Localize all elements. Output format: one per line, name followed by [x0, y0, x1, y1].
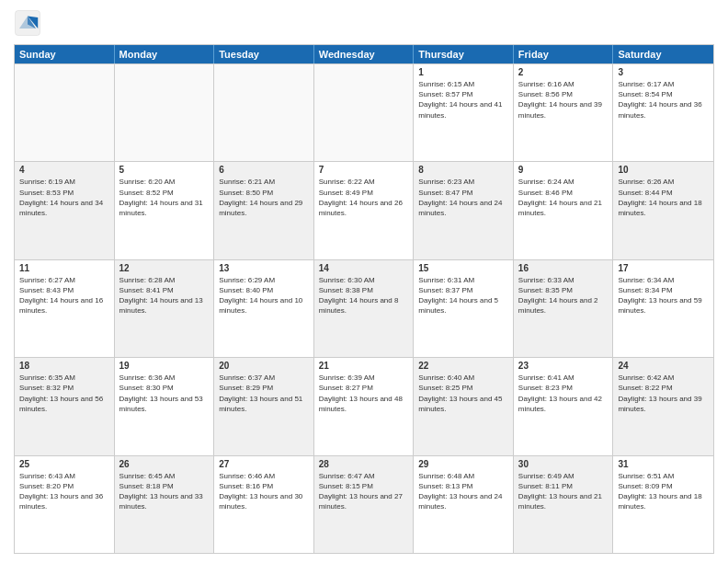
day-number: 7 — [319, 165, 409, 175]
weekday-header-saturday: Saturday — [613, 45, 713, 63]
calendar-cell: 13Sunrise: 6:29 AMSunset: 8:40 PMDayligh… — [214, 260, 314, 357]
day-number: 11 — [19, 263, 109, 273]
calendar-cell — [15, 64, 115, 161]
day-info: Sunrise: 6:27 AMSunset: 8:43 PMDaylight:… — [19, 275, 109, 316]
calendar-cell: 1Sunrise: 6:15 AMSunset: 8:57 PMDaylight… — [414, 64, 514, 161]
calendar-cell — [314, 64, 415, 161]
page: SundayMondayTuesdayWednesdayThursdayFrid… — [0, 0, 728, 563]
calendar-row-2: 4Sunrise: 6:19 AMSunset: 8:53 PMDaylight… — [15, 161, 713, 259]
calendar-cell: 12Sunrise: 6:28 AMSunset: 8:41 PMDayligh… — [115, 260, 215, 357]
day-number: 27 — [219, 459, 309, 469]
day-number: 14 — [319, 263, 409, 273]
day-info: Sunrise: 6:15 AMSunset: 8:57 PMDaylight:… — [418, 79, 508, 121]
day-number: 29 — [418, 459, 508, 469]
day-number: 26 — [119, 459, 210, 469]
day-info: Sunrise: 6:48 AMSunset: 8:13 PMDaylight:… — [418, 471, 508, 512]
day-info: Sunrise: 6:37 AMSunset: 8:29 PMDaylight:… — [219, 373, 309, 414]
calendar-body: 1Sunrise: 6:15 AMSunset: 8:57 PMDaylight… — [15, 63, 713, 553]
calendar-cell: 19Sunrise: 6:36 AMSunset: 8:30 PMDayligh… — [115, 358, 215, 454]
day-info: Sunrise: 6:20 AMSunset: 8:52 PMDaylight:… — [119, 177, 210, 218]
day-number: 15 — [418, 263, 508, 273]
calendar-cell: 5Sunrise: 6:20 AMSunset: 8:52 PMDaylight… — [115, 162, 215, 259]
day-number: 1 — [418, 67, 508, 77]
weekday-header-friday: Friday — [514, 45, 614, 63]
calendar-cell: 18Sunrise: 6:35 AMSunset: 8:32 PMDayligh… — [15, 358, 115, 454]
day-number: 2 — [518, 67, 609, 77]
day-number: 23 — [518, 361, 609, 371]
day-info: Sunrise: 6:41 AMSunset: 8:23 PMDaylight:… — [518, 373, 609, 414]
calendar-row-5: 25Sunrise: 6:43 AMSunset: 8:20 PMDayligh… — [15, 455, 713, 553]
day-info: Sunrise: 6:47 AMSunset: 8:15 PMDaylight:… — [319, 471, 409, 512]
day-number: 9 — [518, 165, 609, 175]
weekday-header-monday: Monday — [115, 45, 215, 63]
calendar-cell — [115, 64, 215, 161]
day-number: 18 — [19, 361, 109, 371]
calendar-cell: 16Sunrise: 6:33 AMSunset: 8:35 PMDayligh… — [514, 260, 614, 357]
day-info: Sunrise: 6:35 AMSunset: 8:32 PMDaylight:… — [19, 373, 109, 414]
day-info: Sunrise: 6:39 AMSunset: 8:27 PMDaylight:… — [319, 373, 409, 414]
calendar-row-4: 18Sunrise: 6:35 AMSunset: 8:32 PMDayligh… — [15, 357, 713, 454]
calendar-cell: 23Sunrise: 6:41 AMSunset: 8:23 PMDayligh… — [514, 358, 614, 454]
calendar-row-3: 11Sunrise: 6:27 AMSunset: 8:43 PMDayligh… — [15, 259, 713, 357]
day-info: Sunrise: 6:29 AMSunset: 8:40 PMDaylight:… — [219, 275, 309, 316]
day-number: 6 — [219, 165, 309, 175]
calendar-cell: 2Sunrise: 6:16 AMSunset: 8:56 PMDaylight… — [514, 64, 614, 161]
day-info: Sunrise: 6:33 AMSunset: 8:35 PMDaylight:… — [518, 275, 609, 316]
day-number: 8 — [418, 165, 508, 175]
calendar-cell: 20Sunrise: 6:37 AMSunset: 8:29 PMDayligh… — [214, 358, 314, 454]
calendar-cell: 27Sunrise: 6:46 AMSunset: 8:16 PMDayligh… — [214, 456, 314, 553]
day-number: 25 — [19, 459, 109, 469]
day-info: Sunrise: 6:19 AMSunset: 8:53 PMDaylight:… — [19, 177, 109, 218]
day-info: Sunrise: 6:43 AMSunset: 8:20 PMDaylight:… — [19, 471, 109, 512]
day-number: 3 — [618, 67, 709, 77]
day-info: Sunrise: 6:23 AMSunset: 8:47 PMDaylight:… — [418, 177, 508, 218]
day-number: 24 — [618, 361, 709, 371]
day-info: Sunrise: 6:26 AMSunset: 8:44 PMDaylight:… — [618, 177, 709, 218]
day-info: Sunrise: 6:45 AMSunset: 8:18 PMDaylight:… — [119, 471, 210, 512]
calendar-cell: 29Sunrise: 6:48 AMSunset: 8:13 PMDayligh… — [414, 456, 514, 553]
day-info: Sunrise: 6:16 AMSunset: 8:56 PMDaylight:… — [518, 79, 609, 121]
day-info: Sunrise: 6:28 AMSunset: 8:41 PMDaylight:… — [119, 275, 210, 316]
calendar-row-1: 1Sunrise: 6:15 AMSunset: 8:57 PMDaylight… — [15, 63, 713, 161]
day-info: Sunrise: 6:31 AMSunset: 8:37 PMDaylight:… — [418, 275, 508, 316]
calendar-cell: 31Sunrise: 6:51 AMSunset: 8:09 PMDayligh… — [613, 456, 713, 553]
calendar-cell: 30Sunrise: 6:49 AMSunset: 8:11 PMDayligh… — [514, 456, 614, 553]
calendar-cell: 9Sunrise: 6:24 AMSunset: 8:46 PMDaylight… — [514, 162, 614, 259]
weekday-header-tuesday: Tuesday — [214, 45, 314, 63]
header — [14, 9, 714, 37]
day-info: Sunrise: 6:34 AMSunset: 8:34 PMDaylight:… — [618, 275, 709, 316]
calendar-cell: 26Sunrise: 6:45 AMSunset: 8:18 PMDayligh… — [115, 456, 215, 553]
day-number: 30 — [518, 459, 609, 469]
day-number: 17 — [618, 263, 709, 273]
calendar-cell: 3Sunrise: 6:17 AMSunset: 8:54 PMDaylight… — [613, 64, 713, 161]
day-number: 12 — [119, 263, 210, 273]
weekday-header-thursday: Thursday — [414, 45, 514, 63]
day-number: 10 — [618, 165, 709, 175]
day-info: Sunrise: 6:49 AMSunset: 8:11 PMDaylight:… — [518, 471, 609, 512]
day-info: Sunrise: 6:22 AMSunset: 8:49 PMDaylight:… — [319, 177, 409, 218]
day-number: 22 — [418, 361, 508, 371]
day-number: 5 — [119, 165, 210, 175]
day-number: 21 — [319, 361, 409, 371]
calendar-cell: 21Sunrise: 6:39 AMSunset: 8:27 PMDayligh… — [314, 358, 415, 454]
calendar: SundayMondayTuesdayWednesdayThursdayFrid… — [14, 44, 714, 554]
calendar-cell — [214, 64, 314, 161]
day-info: Sunrise: 6:40 AMSunset: 8:25 PMDaylight:… — [418, 373, 508, 414]
day-number: 20 — [219, 361, 309, 371]
day-info: Sunrise: 6:42 AMSunset: 8:22 PMDaylight:… — [618, 373, 709, 414]
day-info: Sunrise: 6:46 AMSunset: 8:16 PMDaylight:… — [219, 471, 309, 512]
calendar-cell: 8Sunrise: 6:23 AMSunset: 8:47 PMDaylight… — [414, 162, 514, 259]
day-info: Sunrise: 6:17 AMSunset: 8:54 PMDaylight:… — [618, 79, 709, 121]
calendar-cell: 17Sunrise: 6:34 AMSunset: 8:34 PMDayligh… — [613, 260, 713, 357]
calendar-cell: 10Sunrise: 6:26 AMSunset: 8:44 PMDayligh… — [613, 162, 713, 259]
day-info: Sunrise: 6:51 AMSunset: 8:09 PMDaylight:… — [618, 471, 709, 512]
day-info: Sunrise: 6:30 AMSunset: 8:38 PMDaylight:… — [319, 275, 409, 316]
calendar-cell: 7Sunrise: 6:22 AMSunset: 8:49 PMDaylight… — [314, 162, 415, 259]
day-info: Sunrise: 6:21 AMSunset: 8:50 PMDaylight:… — [219, 177, 309, 218]
day-number: 19 — [119, 361, 210, 371]
day-number: 28 — [319, 459, 409, 469]
day-info: Sunrise: 6:24 AMSunset: 8:46 PMDaylight:… — [518, 177, 609, 218]
weekday-header-wednesday: Wednesday — [314, 45, 415, 63]
calendar-header: SundayMondayTuesdayWednesdayThursdayFrid… — [15, 45, 713, 63]
day-info: Sunrise: 6:36 AMSunset: 8:30 PMDaylight:… — [119, 373, 210, 414]
